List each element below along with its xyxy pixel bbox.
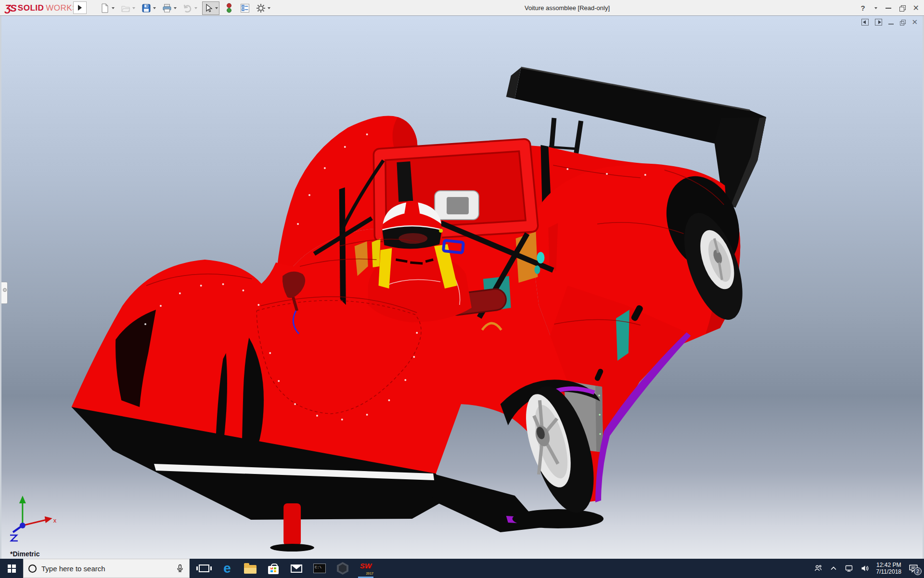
save-button[interactable]	[140, 1, 157, 15]
edge-button[interactable]: e	[216, 559, 239, 578]
undo-dropdown-caret[interactable]	[194, 7, 197, 9]
document-window-controls: ✕	[861, 19, 918, 26]
minimize-button[interactable]	[886, 8, 891, 9]
command-prompt-button[interactable]: C:\	[308, 559, 331, 578]
start-button[interactable]	[0, 559, 23, 578]
x-axis-label: x	[53, 517, 57, 524]
save-dropdown-caret[interactable]	[153, 7, 156, 9]
rebuild-stoplight-icon	[224, 3, 234, 13]
select-button[interactable]	[202, 1, 219, 15]
network-icon[interactable]	[845, 565, 853, 572]
options-gear-icon	[256, 3, 266, 13]
new-document-icon	[100, 3, 110, 13]
restore-button[interactable]	[899, 5, 905, 11]
select-cursor-icon	[204, 3, 213, 13]
quick-access-toolbar	[99, 0, 272, 16]
expand-pane-icon[interactable]	[875, 19, 882, 26]
doc-close-button[interactable]: ✕	[911, 19, 918, 26]
save-floppy-icon	[141, 3, 151, 13]
file-properties-icon	[240, 3, 250, 13]
rebuild-button[interactable]	[223, 1, 235, 15]
collapse-pane-icon[interactable]	[861, 19, 869, 26]
options-button[interactable]	[255, 1, 272, 15]
undo-arrow-icon	[183, 3, 192, 13]
3d-viewport[interactable]: x	[1, 16, 923, 559]
help-dropdown-caret[interactable]	[874, 7, 877, 9]
open-dropdown-caret[interactable]	[132, 7, 135, 9]
command-prompt-icon: C:\	[313, 564, 326, 573]
speaker-icon[interactable]	[860, 565, 869, 572]
file-properties-button[interactable]	[239, 1, 251, 15]
document-title: Voiture assomblee [Read-only]	[525, 0, 610, 16]
new-document-button[interactable]	[99, 1, 116, 15]
support-stand	[283, 503, 301, 546]
windows-taskbar: e C:\ SW 2017	[0, 559, 924, 578]
print-icon	[162, 3, 172, 13]
task-view-icon	[199, 565, 209, 572]
taskbar-app-icons: e C:\ SW 2017	[192, 559, 377, 578]
open-folder-icon	[121, 3, 130, 13]
store-icon	[268, 566, 279, 574]
flyout-arrow-icon	[78, 5, 82, 11]
task-view-button[interactable]	[192, 559, 216, 578]
tray-time: 12:42 PM	[876, 562, 902, 568]
solidworks-window: ƷS SOLIDWORKS	[0, 0, 924, 578]
3ds-logo-mark: ƷS	[5, 2, 16, 14]
people-icon[interactable]	[814, 565, 822, 572]
solidworks-taskbar-button[interactable]: SW 2017	[354, 559, 377, 578]
solidworks-logo: ƷS SOLIDWORKS	[5, 0, 78, 16]
notification-badge: 2	[914, 567, 922, 575]
print-button[interactable]	[161, 1, 178, 15]
print-dropdown-caret[interactable]	[174, 7, 177, 9]
view-orientation-label: *Dimetric	[10, 550, 39, 558]
triad-origin	[20, 523, 26, 528]
new-dropdown-caret[interactable]	[112, 7, 115, 9]
close-button[interactable]: ✕	[913, 4, 919, 12]
mail-icon	[291, 565, 302, 573]
composer-button[interactable]	[331, 559, 354, 578]
window-controls: ? ✕	[860, 0, 919, 16]
graphics-area[interactable]: x ✕ *Dimetric	[0, 16, 924, 559]
open-button[interactable]	[119, 1, 137, 15]
help-button[interactable]: ?	[860, 4, 865, 12]
doc-minimize-button[interactable]	[888, 24, 894, 25]
taskbar-search[interactable]	[23, 559, 190, 578]
search-input[interactable]	[41, 565, 171, 573]
action-center-button[interactable]: 2	[909, 564, 918, 573]
titlebar: ƷS SOLIDWORKS	[0, 0, 924, 16]
select-dropdown-caret[interactable]	[215, 7, 218, 9]
store-button[interactable]	[262, 559, 285, 578]
file-explorer-button[interactable]	[239, 559, 262, 578]
system-tray: 12:42 PM 7/11/2018 2	[814, 559, 924, 578]
options-dropdown-caret[interactable]	[268, 7, 270, 9]
windows-logo-icon	[8, 565, 16, 573]
file-explorer-icon	[244, 565, 257, 574]
doc-restore-button[interactable]	[900, 20, 905, 25]
brand-name-bold: SOLID	[18, 3, 44, 13]
edge-icon: e	[223, 562, 231, 575]
cortana-icon	[28, 565, 37, 573]
tray-date: 7/11/2018	[876, 568, 902, 575]
solidworks-app-icon: SW 2017	[359, 562, 373, 575]
chevron-up-icon[interactable]	[830, 565, 837, 572]
menu-flyout-button[interactable]	[73, 1, 87, 14]
mail-button[interactable]	[285, 559, 308, 578]
undo-button[interactable]	[181, 1, 199, 15]
clock[interactable]: 12:42 PM 7/11/2018	[876, 562, 902, 575]
hexagon-app-icon	[337, 562, 348, 575]
microphone-icon[interactable]	[176, 564, 184, 573]
feature-manager-splitter-tab[interactable]	[1, 282, 8, 304]
